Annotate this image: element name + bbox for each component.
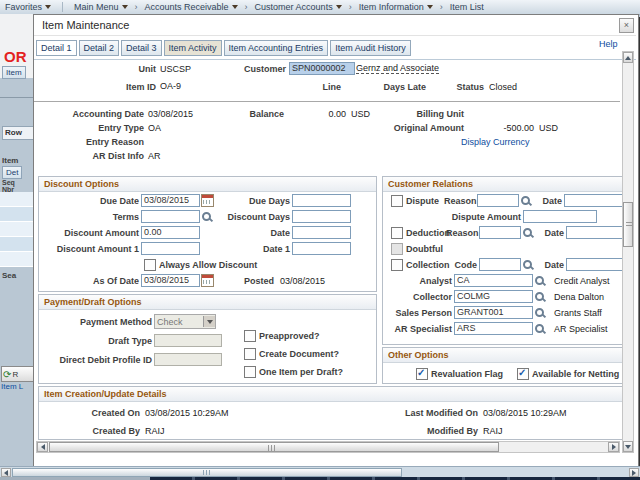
other-options-title: Other Options (383, 348, 623, 363)
as-of-date-field[interactable]: 03/08/2015 (141, 274, 200, 287)
create-document-row: Create Document? (244, 348, 339, 360)
direct-debit-profile-id-field[interactable] (154, 353, 222, 366)
lookup-icon[interactable] (522, 227, 534, 239)
due-days-label: Due Days (214, 196, 290, 206)
payment-method-select[interactable]: Check (154, 314, 216, 329)
bg-refresh-button[interactable]: ⟳R (1, 366, 35, 382)
breadcrumb-accounts-receivable[interactable]: Accounts Receivable (140, 0, 243, 14)
customer-relations-title: Customer Relations (383, 177, 623, 192)
scrollbar-thumb[interactable] (623, 202, 633, 247)
scrollbar-thumb[interactable] (49, 442, 499, 452)
terms-field[interactable] (141, 210, 200, 223)
ar-specialist-field[interactable]: ARS (454, 322, 533, 335)
tab-detail-1[interactable]: Detail 1 (36, 40, 77, 56)
scroll-left-icon[interactable] (1, 468, 11, 477)
draft-type-field[interactable] (154, 334, 222, 347)
always-allow-discount-checkbox[interactable] (144, 259, 156, 271)
posted-date: 03/08/2015 (280, 276, 325, 286)
due-days-field[interactable] (292, 194, 351, 207)
create-document-checkbox[interactable] (244, 348, 256, 360)
bg-item-tab[interactable]: Item (2, 66, 26, 79)
table-row (0, 222, 33, 237)
one-item-per-draft-checkbox[interactable] (244, 366, 256, 378)
breadcrumb-item-information[interactable]: Item Information (354, 0, 438, 14)
preapproved-checkbox[interactable] (244, 330, 256, 342)
tab-detail-3[interactable]: Detail 3 (121, 40, 162, 56)
calendar-icon[interactable] (201, 194, 214, 207)
scroll-left-icon[interactable] (37, 442, 48, 452)
crumb-label: Item List (450, 2, 484, 12)
customer-name-link[interactable]: Gernz and Associate (356, 63, 439, 74)
main-menu[interactable]: Main Menu (69, 0, 133, 14)
doubtful-checkbox[interactable] (391, 243, 403, 255)
scrollbar-thumb[interactable] (12, 468, 402, 477)
deduction-date-label: Date (534, 228, 564, 238)
collector-field[interactable]: COLMG (454, 290, 533, 303)
analyst-field[interactable]: CA (454, 274, 533, 287)
lookup-icon[interactable] (534, 307, 546, 319)
scroll-right-icon[interactable] (608, 442, 619, 452)
discount-days-field[interactable] (292, 210, 351, 223)
revaluation-flag-checkbox[interactable] (416, 368, 428, 380)
deduction-checkbox[interactable] (391, 227, 403, 239)
discount-amount-field[interactable]: 0.00 (141, 226, 200, 239)
scroll-up-icon[interactable] (623, 52, 633, 63)
original-amount-value: -500.00 (466, 123, 534, 133)
calendar-icon[interactable] (201, 274, 214, 287)
due-date-field[interactable]: 03/08/2015 (141, 194, 200, 207)
scroll-right-icon[interactable] (629, 468, 639, 477)
line-label: Line (281, 82, 341, 92)
help-link[interactable]: Help (599, 39, 618, 49)
bg-item-list-link[interactable]: Item L (1, 382, 23, 391)
bg-detail-tab[interactable]: Det (2, 166, 22, 179)
dispute-date-field[interactable] (564, 194, 623, 207)
modified-by-value: RAIJ (483, 426, 623, 436)
deduction-reason-field[interactable] (479, 226, 521, 239)
revaluation-flag-label: Revaluation Flag (431, 369, 503, 379)
breadcrumb-customer-accounts[interactable]: Customer Accounts (250, 0, 347, 14)
chevron-down-icon (336, 5, 342, 9)
dispute-checkbox[interactable] (391, 195, 403, 207)
divider (62, 2, 63, 12)
available-for-netting-label: Available for Netting (532, 369, 619, 379)
chevron-down-icon (122, 5, 128, 9)
collection-code-field[interactable] (479, 258, 521, 271)
tab-item-activity[interactable]: Item Activity (164, 40, 222, 56)
tab-item-accounting-entries[interactable]: Item Accounting Entries (224, 40, 329, 56)
modal-horizontal-scrollbar[interactable] (36, 441, 620, 453)
lookup-icon[interactable] (201, 211, 213, 223)
lookup-icon[interactable] (520, 195, 532, 207)
favorites-menu[interactable]: Favorites (0, 0, 56, 14)
lookup-icon[interactable] (522, 259, 534, 271)
customer-id-field[interactable]: SPN0000002 (289, 62, 355, 75)
dispute-reason-label: Reason (444, 196, 475, 206)
scroll-down-icon[interactable] (623, 441, 633, 452)
date-1-field[interactable] (292, 242, 351, 255)
lookup-icon[interactable] (534, 291, 546, 303)
modal-vertical-scrollbar[interactable] (622, 51, 634, 453)
one-item-per-draft-row: One Item per Draft? (244, 366, 343, 378)
posted-label: Posted (214, 276, 274, 286)
lookup-icon[interactable] (534, 323, 546, 335)
chevron-down-icon (45, 5, 51, 9)
lookup-icon[interactable] (534, 275, 546, 287)
entry-type-label: Entry Type (42, 123, 144, 133)
date-field[interactable] (292, 226, 351, 239)
dispute-amount-field[interactable] (523, 210, 597, 223)
tab-detail-2[interactable]: Detail 2 (79, 40, 120, 56)
close-icon[interactable]: × (619, 18, 634, 33)
breadcrumb: Favorites Main Menu › Accounts Receivabl… (0, 0, 640, 15)
tab-item-audit-history[interactable]: Item Audit History (330, 40, 411, 56)
collection-checkbox[interactable] (391, 259, 403, 271)
display-currency-link[interactable]: Display Currency (461, 137, 530, 147)
sales-person-field[interactable]: GRANT001 (454, 306, 533, 319)
date-1-label: Date 1 (213, 244, 290, 254)
collection-date-field[interactable] (566, 258, 624, 271)
favorites-label: Favorites (5, 2, 42, 12)
breadcrumb-item-list[interactable]: Item List (445, 0, 489, 14)
discount-amount-1-field[interactable] (141, 242, 200, 255)
dispute-reason-field[interactable] (477, 194, 519, 207)
original-amount-currency: USD (539, 123, 558, 133)
deduction-date-field[interactable] (566, 226, 624, 239)
available-for-netting-checkbox[interactable] (517, 368, 529, 380)
